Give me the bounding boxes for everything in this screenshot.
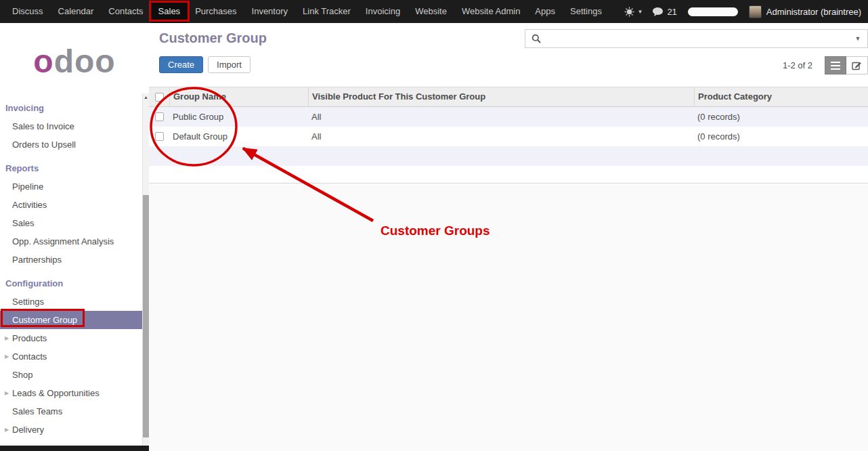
messages-count: 21 <box>667 7 676 17</box>
row-checkbox[interactable] <box>155 132 164 141</box>
select-all-checkbox[interactable] <box>155 93 164 102</box>
sidebar-item-partnerships[interactable]: Partnerships <box>0 251 142 269</box>
menu-calendar[interactable]: Calendar <box>51 0 102 23</box>
column-header-product-category[interactable]: Product Category <box>694 87 868 106</box>
menu-purchases[interactable]: Purchases <box>188 0 244 23</box>
user-avatar[interactable] <box>749 5 762 18</box>
menu-sales[interactable]: Sales <box>151 0 188 23</box>
bug-icon <box>624 7 634 17</box>
menu-sales-label: Sales <box>158 6 181 16</box>
menu-website[interactable]: Website <box>408 0 454 23</box>
logo-rest-letters: doo <box>54 43 116 80</box>
sidebar-item-orders-to-upsell[interactable]: Orders to Upsell <box>0 135 142 154</box>
chevron-down-icon: ▼ <box>637 9 643 15</box>
menu-settings[interactable]: Settings <box>563 0 609 23</box>
cell-product-category: (0 records) <box>694 112 868 122</box>
sidebar-item-sales[interactable]: Sales <box>0 214 142 232</box>
search-icon <box>531 34 541 43</box>
pager-area: 1-2 of 2 <box>783 56 868 74</box>
topbar-right: ▼ 21 Administrator (braintree) <box>615 0 868 23</box>
user-menu[interactable]: Administrator (braintree) <box>766 7 861 17</box>
sidebar-item-opp-assignment-analysis[interactable]: Opp. Assignment Analysis <box>0 232 142 251</box>
sidebar-item-label: Products <box>12 333 47 343</box>
sidebar-item-sales-to-invoice[interactable]: Sales to Invoice <box>0 117 142 135</box>
chat-icon <box>652 7 664 17</box>
logo-accent-letter: o <box>33 43 53 80</box>
create-button[interactable]: Create <box>159 56 203 73</box>
expand-caret-icon: ▶ <box>5 347 9 366</box>
odoo-logo: odoo <box>0 23 149 99</box>
status-pill-icon <box>688 7 738 16</box>
menu-inventory[interactable]: Inventory <box>244 0 295 23</box>
column-header-group-name[interactable]: Group Name <box>169 87 308 106</box>
sidebar-bottom-bar <box>0 446 149 451</box>
topbar: Discuss Calendar Contacts Sales Purchase… <box>0 0 868 23</box>
sidebar-item-shop[interactable]: Shop <box>0 366 142 384</box>
row-checkbox[interactable] <box>155 112 164 121</box>
sidebar-item-label: Leads & Opportunities <box>12 388 100 398</box>
sidebar-item-pipeline[interactable]: Pipeline <box>0 177 142 196</box>
edit-icon <box>852 60 862 70</box>
cell-group-name: Default Group <box>169 131 308 142</box>
sidebar-item-activities[interactable]: Activities <box>0 196 142 214</box>
table-row-default-group[interactable]: Default Group All (0 records) <box>149 127 868 146</box>
menu-discuss[interactable]: Discuss <box>5 0 51 23</box>
scroll-up-icon[interactable]: ▲ <box>143 95 149 100</box>
table-row-empty <box>149 146 868 166</box>
search-dropdown-icon[interactable]: ▼ <box>848 35 867 42</box>
form-view-button[interactable] <box>846 56 868 74</box>
column-header-visible-product[interactable]: Visible Product For This Customer Group <box>308 87 694 106</box>
debug-menu[interactable]: ▼ <box>624 7 643 17</box>
main-content: Customer Group ▼ Create Import 1-2 of 2 <box>149 23 868 451</box>
cell-visible-product: All <box>308 131 694 142</box>
table-row-public-group[interactable]: Public Group All (0 records) <box>149 107 868 127</box>
cell-group-name: Public Group <box>169 112 308 122</box>
cell-visible-product: All <box>308 112 694 122</box>
top-menu: Discuss Calendar Contacts Sales Purchase… <box>0 0 609 23</box>
menu-invoicing[interactable]: Invoicing <box>358 0 408 23</box>
menu-website-admin[interactable]: Website Admin <box>454 0 527 23</box>
sidebar-section-reports: Reports <box>0 159 149 177</box>
table-header-row: Group Name Visible Product For This Cust… <box>149 87 868 107</box>
sidebar-item-products[interactable]: ▶ Products <box>0 329 142 347</box>
expand-caret-icon: ▶ <box>5 384 9 402</box>
import-button[interactable]: Import <box>208 56 251 73</box>
table-row-empty <box>149 166 868 184</box>
sidebar-item-settings[interactable]: Settings <box>0 293 142 311</box>
messages-menu[interactable]: 21 <box>652 7 676 17</box>
sidebar: odoo Invoicing Sales to Invoice Orders t… <box>0 23 149 451</box>
sidebar-item-customer-group[interactable]: Customer Group <box>0 311 142 329</box>
search-view: ▼ <box>525 29 868 48</box>
expand-caret-icon: ▶ <box>5 421 9 439</box>
sidebar-item-leads-opportunities[interactable]: ▶ Leads & Opportunities <box>0 384 142 402</box>
sidebar-section-configuration: Configuration <box>0 274 149 293</box>
menu-apps[interactable]: Apps <box>527 0 563 23</box>
menu-link-tracker[interactable]: Link Tracker <box>295 0 358 23</box>
pager-range: 1-2 of 2 <box>783 60 812 70</box>
sidebar-section-reports-group: Reports Pipeline Activities Sales Opp. A… <box>0 159 149 269</box>
sidebar-item-contacts[interactable]: ▶ Contacts <box>0 347 142 366</box>
control-panel-buttons: Create Import <box>159 56 251 73</box>
list-icon <box>831 62 840 70</box>
view-switcher <box>825 56 868 74</box>
page-title: Customer Group <box>159 30 267 46</box>
sidebar-item-label: Contacts <box>12 351 47 362</box>
sidebar-item-label: Delivery <box>12 425 44 435</box>
sidebar-section-invoicing-group: Invoicing Sales to Invoice Orders to Ups… <box>0 99 149 154</box>
sidebar-item-sales-teams[interactable]: Sales Teams <box>0 402 142 421</box>
customer-group-list: Group Name Visible Product For This Cust… <box>149 87 868 184</box>
cell-product-category: (0 records) <box>694 131 868 142</box>
list-view-button[interactable] <box>825 56 846 74</box>
sidebar-item-label: Customer Group <box>12 315 77 325</box>
sidebar-section-configuration-group: Configuration Settings Customer Group ▶ … <box>0 274 149 439</box>
list-background <box>149 184 868 451</box>
sidebar-scrollbar: ▲ <box>142 93 149 446</box>
menu-contacts[interactable]: Contacts <box>101 0 150 23</box>
search-input[interactable] <box>545 33 848 44</box>
scrollbar-thumb[interactable] <box>143 195 149 437</box>
sidebar-section-invoicing: Invoicing <box>0 99 149 117</box>
sidebar-item-delivery[interactable]: ▶ Delivery <box>0 421 142 439</box>
expand-caret-icon: ▶ <box>5 329 9 347</box>
